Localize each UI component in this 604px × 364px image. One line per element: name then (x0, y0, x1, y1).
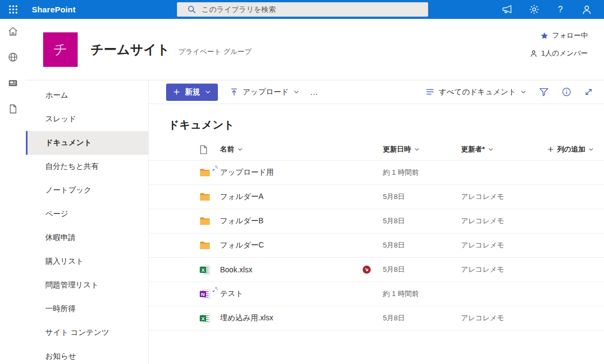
expand-icon[interactable] (584, 87, 593, 97)
document-row[interactable]: X 埋め込み用.xlsx 5月8日 アレコレメモ (149, 306, 604, 331)
chevron-down-icon (205, 89, 211, 95)
add-column-button[interactable]: 列の追加 (547, 145, 604, 154)
app-rail (0, 19, 26, 364)
app-launcher-button[interactable] (0, 0, 26, 19)
folder-icon (200, 241, 210, 250)
filter-icon[interactable] (539, 87, 549, 97)
site-header: チ チームサイト プライベート グループ フォロー中 (26, 19, 604, 80)
folder-icon (200, 168, 210, 177)
sharepoint-app: SharePoint (0, 0, 604, 364)
search-input[interactable] (201, 5, 423, 14)
column-header-modified-by[interactable]: 更新者* (461, 145, 547, 154)
svg-text:X: X (201, 315, 205, 321)
command-bar: 新規 アップロード (149, 80, 604, 104)
document-row[interactable]: X Book.xlsx 5月8日 アレコレメモ (149, 258, 604, 282)
sidebar-item[interactable]: ホーム (26, 84, 148, 107)
sidebar-item[interactable]: 自分たちと共有 (26, 155, 148, 178)
sidebar-item-label: 問題管理リスト (45, 280, 99, 290)
settings-gear-icon[interactable] (528, 4, 539, 15)
sidebar-item[interactable]: 購入リスト (26, 250, 148, 273)
new-item-icon (212, 286, 218, 293)
more-commands-button[interactable]: … (310, 87, 319, 97)
suite-actions: ? (502, 0, 604, 19)
item-name-link[interactable]: アップロード用 (220, 168, 274, 177)
item-name-link[interactable]: 埋め込み用.xlsx (220, 313, 273, 323)
follow-button[interactable]: フォロー中 (540, 31, 588, 40)
sidebar-item-label: 購入リスト (45, 257, 84, 266)
item-name-link[interactable]: テスト (220, 289, 243, 299)
sidebar-item[interactable]: 一時所得 (26, 297, 148, 321)
checked-out-icon (362, 265, 371, 274)
help-icon[interactable]: ? (555, 4, 566, 15)
globe-icon[interactable] (8, 52, 18, 63)
file-type-icon (200, 241, 220, 250)
chevron-down-icon (237, 147, 243, 152)
search-icon (188, 5, 196, 13)
sidebar-item-label: 休暇申請 (45, 233, 76, 243)
sidebar-item[interactable]: サイト コンテンツ (26, 321, 148, 345)
upload-button[interactable]: アップロード (230, 87, 299, 97)
document-row[interactable]: アップロード用 約 1 時間前 (149, 161, 604, 185)
home-icon[interactable] (8, 26, 18, 37)
sidebar-item[interactable]: 問題管理リスト (26, 273, 148, 297)
file-type-icon (200, 193, 220, 201)
site-logo[interactable]: チ (43, 32, 78, 67)
document-icon[interactable] (8, 104, 18, 114)
site-title[interactable]: チームサイト (91, 41, 170, 58)
library-title: ドキュメント (168, 118, 604, 132)
item-name-link[interactable]: フォルダーC (220, 241, 264, 250)
members-button[interactable]: 1人のメンバー (530, 49, 588, 58)
folder-icon (200, 193, 210, 201)
file-type-icon (200, 217, 220, 225)
item-modified-by: アレコレメモ (461, 192, 547, 202)
document-row[interactable]: フォルダーB 5月8日 アレコレメモ (149, 209, 604, 233)
sidebar-item-label: スレッド (45, 114, 76, 124)
chevron-down-icon (588, 147, 594, 152)
svg-text:X: X (201, 266, 205, 272)
plus-icon (173, 88, 180, 95)
column-header-name[interactable]: 名前 (220, 145, 383, 154)
view-switcher-icon (425, 88, 435, 95)
item-name-link[interactable]: フォルダーB (220, 216, 264, 226)
site-privacy-label: プライベート グループ (179, 47, 252, 57)
file-type-icon: X (200, 265, 220, 275)
site-navigation: ホームスレッドドキュメント自分たちと共有ノートブックページ休暇申請購入リスト問題… (26, 80, 149, 364)
library-search-box[interactable] (177, 2, 428, 17)
chevron-down-icon (520, 89, 526, 95)
sidebar-item[interactable]: お知らせ (26, 345, 148, 364)
star-icon (540, 32, 548, 40)
plus-icon (547, 146, 554, 153)
account-icon[interactable] (581, 4, 592, 15)
document-list: アップロード用 約 1 時間前 フォルダーA 5月8日 アレコレメモ フォルダー… (149, 161, 604, 331)
sidebar-item-label: ホーム (45, 91, 68, 100)
column-header-modified[interactable]: 更新日時 (383, 145, 461, 154)
sidebar-item[interactable]: ドキュメント (26, 131, 148, 155)
item-modified: 5月8日 (383, 265, 461, 274)
onenote-icon: N (200, 289, 210, 299)
item-name-link[interactable]: Book.xlsx (220, 265, 252, 274)
megaphone-icon[interactable] (502, 4, 513, 15)
document-row[interactable]: N テスト 約 1 時間前 (149, 282, 604, 306)
app-title[interactable]: SharePoint (32, 5, 76, 14)
sidebar-item[interactable]: 休暇申請 (26, 226, 148, 250)
file-type-column-header[interactable] (200, 145, 220, 154)
chevron-down-icon (488, 147, 493, 152)
excel-icon: X (200, 265, 210, 275)
info-icon[interactable] (561, 87, 572, 97)
sidebar-item[interactable]: スレッド (26, 107, 148, 131)
new-button[interactable]: 新規 (166, 84, 218, 101)
news-icon[interactable] (8, 78, 18, 88)
site-logo-letter: チ (53, 40, 68, 59)
sidebar-item[interactable]: ページ (26, 202, 148, 226)
sidebar-item[interactable]: ノートブック (26, 178, 148, 202)
new-item-icon (212, 165, 218, 171)
sidebar-item-label: お知らせ (45, 352, 76, 361)
sidebar-item-label: ドキュメント (45, 138, 92, 148)
page-icon (200, 145, 208, 154)
document-row[interactable]: フォルダーA 5月8日 アレコレメモ (149, 185, 604, 209)
item-name-link[interactable]: フォルダーA (220, 192, 264, 202)
document-row[interactable]: フォルダーC 5月8日 アレコレメモ (149, 233, 604, 258)
upload-icon (230, 88, 238, 97)
view-selector[interactable]: すべてのドキュメント (425, 87, 526, 97)
excel-icon: X (200, 313, 210, 324)
